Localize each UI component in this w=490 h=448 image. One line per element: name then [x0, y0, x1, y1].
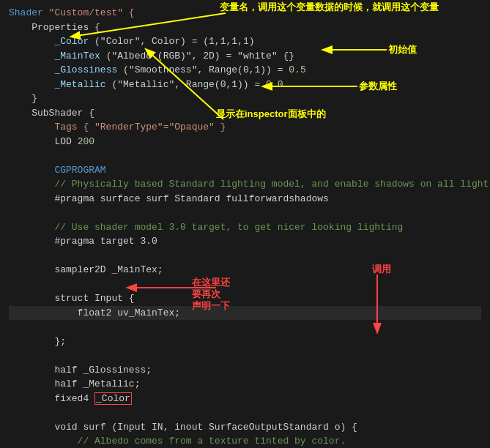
highlighted-variable: _Color	[94, 392, 132, 405]
code-line: sampler2D _MainTex;	[9, 263, 481, 277]
code-line: // Physically based Standard lighting mo…	[9, 177, 481, 192]
code-line: struct Input {	[9, 291, 481, 306]
code-line: };	[9, 335, 481, 349]
code-line: _MainTex ("Albedo (RGB)", 2D) = "white" …	[9, 49, 481, 64]
code-line: SubShader {	[9, 106, 481, 121]
code-line: // Albedo comes from a texture tinted by…	[9, 434, 481, 448]
code-line: }	[9, 92, 481, 106]
code-editor: Shader "Custom/test" { Properties { _Col…	[0, 0, 490, 448]
code-line: float2 uv_MainTex;	[9, 306, 481, 321]
code-line: void surf (Input IN, inout SurfaceOutput…	[9, 420, 481, 435]
code-line: LOD 200	[9, 135, 481, 149]
code-line	[9, 249, 481, 264]
code-line: Tags { "RenderType"="Opaque" }	[9, 120, 481, 135]
code-line: CGPROGRAM	[9, 163, 481, 178]
code-line: _Color ("Color", Color) = (1,1,1,1)	[9, 34, 481, 49]
code-line	[9, 320, 481, 335]
code-line	[9, 348, 481, 363]
code-line: half _Metallic;	[9, 377, 481, 392]
code-line	[9, 406, 481, 420]
code-line: _Glossiness ("Smoothness", Range(0,1)) =…	[9, 63, 481, 78]
code-line: #pragma surface surf Standard fullforwar…	[9, 192, 481, 206]
code-line: // Use shader model 3.0 target, to get n…	[9, 220, 481, 235]
code-line: Shader "Custom/test" {	[9, 6, 481, 20]
code-line	[9, 206, 481, 220]
code-line: Properties {	[9, 20, 481, 35]
code-line	[9, 149, 481, 163]
code-line: #pragma target 3.0	[9, 234, 481, 249]
code-line: half _Glossiness;	[9, 363, 481, 378]
code-line: _Metallic ("Metallic", Range(0,1)) = 0.0	[9, 78, 481, 92]
code-line	[9, 277, 481, 292]
code-line: fixed4 _Color	[9, 392, 481, 406]
